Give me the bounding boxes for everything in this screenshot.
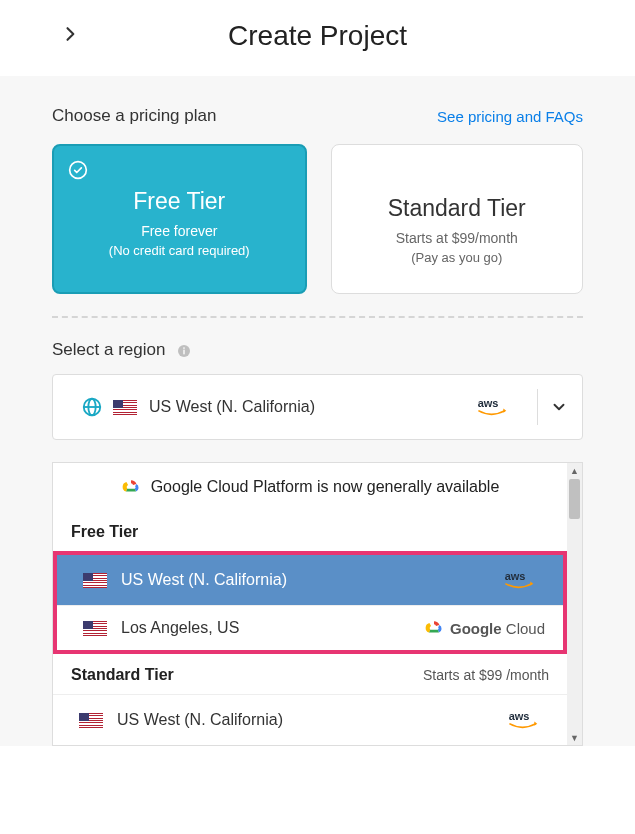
group-header-standard: Standard Tier Starts at $99 /month <box>53 654 567 694</box>
plan-card-free[interactable]: Free Tier Free forever (No credit card r… <box>52 144 307 294</box>
pricing-faq-link[interactable]: See pricing and FAQs <box>437 108 583 125</box>
region-selected-text: US West (N. California) <box>149 398 467 416</box>
option-text: US West (N. California) <box>117 711 505 729</box>
scrollbar-thumb[interactable] <box>569 479 580 519</box>
header: Create Project <box>0 0 635 76</box>
svg-rect-3 <box>183 349 184 354</box>
check-icon <box>68 160 88 180</box>
plan-title: Free Tier <box>66 188 293 215</box>
region-dropdown: ▲ ▼ Google Cloud Platform is now general… <box>52 462 583 746</box>
pricing-cards: Free Tier Free forever (No credit card r… <box>52 144 583 294</box>
gcloud-icon <box>121 477 141 497</box>
main-content: Choose a pricing plan See pricing and FA… <box>0 76 635 746</box>
us-flag-icon <box>83 573 107 588</box>
gcloud-logo: Google Cloud <box>424 618 545 638</box>
region-label: Select a region <box>52 340 165 359</box>
plan-note: (No credit card required) <box>66 243 293 258</box>
option-text: US West (N. California) <box>121 571 501 589</box>
chevron-down-icon[interactable] <box>550 398 568 416</box>
us-flag-icon <box>79 713 103 728</box>
aws-logo <box>505 707 549 733</box>
info-icon[interactable] <box>176 343 192 359</box>
us-flag-icon <box>113 400 137 415</box>
divider <box>52 316 583 318</box>
plan-sub: Starts at $99/month <box>344 230 571 246</box>
region-option-uswest-aws[interactable]: US West (N. California) <box>57 555 563 605</box>
us-flag-icon <box>83 621 107 636</box>
globe-icon <box>81 396 103 418</box>
scrollbar[interactable]: ▲ ▼ <box>567 463 582 745</box>
region-select[interactable]: US West (N. California) <box>52 374 583 440</box>
group-name: Free Tier <box>71 523 138 541</box>
plan-note: (Pay as you go) <box>344 250 571 265</box>
svg-point-1 <box>70 162 87 179</box>
banner-text: Google Cloud Platform is now generally a… <box>151 478 500 496</box>
back-button[interactable] <box>60 24 80 44</box>
group-price: Starts at $99 /month <box>423 667 549 683</box>
separator <box>537 389 538 425</box>
group-name: Standard Tier <box>71 666 174 684</box>
region-option-la-gcp[interactable]: Los Angeles, US Google Cloud <box>57 605 563 650</box>
highlight-box: US West (N. California) Los Angeles, US … <box>53 551 567 654</box>
pricing-label: Choose a pricing plan <box>52 106 216 126</box>
plan-title: Standard Tier <box>344 195 571 222</box>
scroll-up-arrow[interactable]: ▲ <box>567 463 582 478</box>
page-title: Create Project <box>0 20 635 52</box>
scroll-down-arrow[interactable]: ▼ <box>567 730 582 745</box>
region-option-uswest-aws-std[interactable]: US West (N. California) <box>53 694 567 745</box>
svg-point-4 <box>183 347 185 349</box>
group-header-free: Free Tier <box>53 511 567 551</box>
aws-logo <box>501 567 545 593</box>
option-text: Los Angeles, US <box>121 619 424 637</box>
plan-card-standard[interactable]: Standard Tier Starts at $99/month (Pay a… <box>331 144 584 294</box>
plan-sub: Free forever <box>66 223 293 239</box>
gcp-banner: Google Cloud Platform is now generally a… <box>53 463 567 511</box>
gcloud-icon <box>424 618 444 638</box>
aws-logo <box>467 394 525 420</box>
